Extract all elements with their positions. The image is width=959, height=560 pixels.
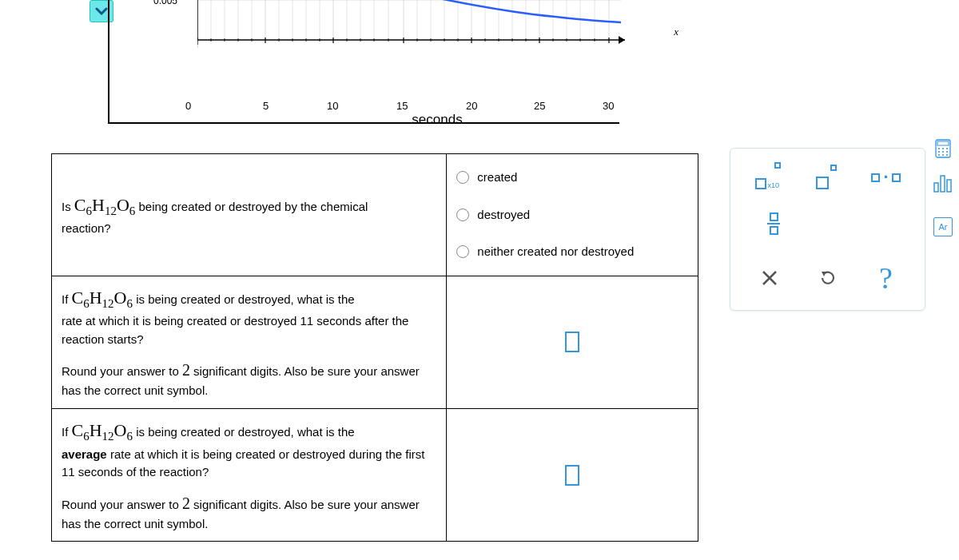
answer-2-cell — [447, 276, 698, 408]
clear-button[interactable] — [749, 257, 790, 299]
questions-table: Is C6H12O6 being created or destroyed by… — [51, 153, 698, 542]
svg-point-77 — [946, 151, 948, 153]
q2-prefix: If — [62, 292, 72, 306]
svg-marker-66 — [619, 36, 625, 44]
chart-area: 0.005 0 5 10 15 20 25 30 x seconds — [197, 0, 677, 80]
close-icon — [761, 269, 778, 287]
multiply-template-button[interactable]: · — [869, 160, 904, 195]
q3-average: average — [62, 447, 107, 461]
x-axis-arrow-label: x — [674, 26, 678, 38]
svg-rect-71 — [937, 141, 949, 145]
option-destroyed-label: destroyed — [477, 206, 530, 224]
q2-line1: is being created or destroyed, what is t… — [133, 292, 355, 306]
svg-rect-82 — [941, 176, 945, 192]
answer-1-cell: created destroyed neither created nor de… — [447, 154, 698, 276]
q1-prefix: Is — [62, 200, 74, 213]
svg-point-75 — [938, 151, 940, 153]
x-tick-20: 20 — [466, 100, 477, 112]
fraction-button[interactable] — [756, 206, 791, 241]
q1-suffix-a: being created or destroyed by the chemic… — [135, 200, 368, 213]
x-tick-30: 30 — [603, 100, 614, 112]
q3-line1: is being created or destroyed, what is t… — [133, 425, 355, 439]
question-1-cell: Is C6H12O6 being created or destroyed by… — [52, 154, 447, 276]
x-tick-0: 0 — [185, 100, 191, 112]
x-tick-25: 25 — [534, 100, 545, 112]
scientific-notation-button[interactable]: x10 — [752, 160, 787, 195]
calculator-icon — [935, 139, 951, 158]
ar-label: Ar — [939, 222, 948, 232]
answer-3-input[interactable] — [565, 465, 579, 486]
q2-round-a: Round your answer to — [62, 364, 182, 378]
bars-icon — [933, 175, 953, 193]
svg-point-76 — [942, 151, 944, 153]
calculator-button[interactable] — [933, 139, 953, 158]
svg-point-73 — [942, 148, 944, 149]
help-button[interactable]: ? — [865, 257, 907, 299]
reset-button[interactable] — [807, 257, 849, 299]
q3-round-a: Round your answer to — [62, 498, 182, 511]
x-axis-label: seconds — [412, 112, 462, 128]
svg-point-72 — [938, 148, 940, 149]
chart-grid — [197, 0, 625, 52]
answer-3-cell — [447, 408, 698, 541]
math-toolbox: x10 · — [730, 148, 925, 311]
data-table-button[interactable] — [933, 174, 953, 193]
radio-neither[interactable] — [456, 245, 469, 258]
question-2-cell: If C6H12O6 is being created or destroyed… — [52, 276, 447, 408]
svg-point-74 — [946, 148, 948, 149]
svg-rect-83 — [947, 180, 951, 192]
q1-suffix-b: reaction? — [62, 221, 111, 235]
q2-line2: rate at which it is being created or des… — [62, 314, 408, 346]
chevron-down-icon — [95, 7, 108, 15]
svg-point-80 — [946, 154, 948, 156]
q3-line2: rate at which it is being created or des… — [62, 447, 424, 479]
q3-prefix: If — [62, 425, 72, 439]
periodic-table-button[interactable]: Ar — [933, 217, 953, 236]
option-created-label: created — [477, 169, 517, 187]
svg-marker-69 — [822, 272, 826, 276]
x-tick-10: 10 — [327, 100, 338, 112]
radio-created[interactable] — [456, 171, 469, 184]
x-tick-5: 5 — [263, 100, 269, 112]
undo-icon — [818, 268, 838, 288]
x-tick-15: 15 — [396, 100, 408, 112]
chart-container: 0.005 0 5 10 15 20 25 30 x seconds — [108, 0, 619, 124]
svg-rect-81 — [934, 183, 938, 192]
question-3-cell: If C6H12O6 is being created or destroyed… — [52, 408, 447, 541]
svg-point-78 — [938, 154, 940, 156]
radio-destroyed[interactable] — [456, 209, 469, 221]
option-neither-label: neither created nor destroyed — [477, 243, 634, 261]
answer-2-input[interactable] — [565, 332, 579, 352]
radio-group-q1: created destroyed neither created nor de… — [456, 162, 688, 268]
svg-point-79 — [942, 154, 944, 156]
superscript-button[interactable] — [810, 160, 846, 195]
y-axis-tick-0.005: 0.005 — [153, 0, 177, 6]
